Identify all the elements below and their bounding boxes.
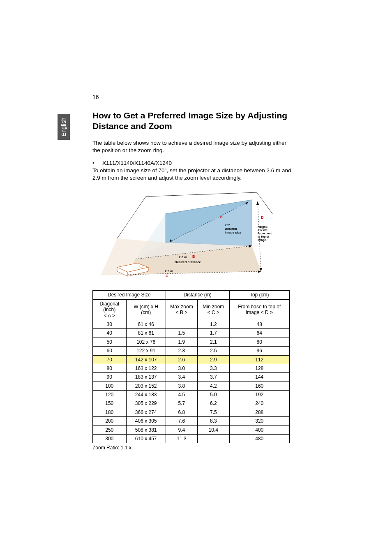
table-cell: 203 x 152 <box>126 382 166 390</box>
diagram-h3: From base <box>258 232 272 235</box>
table-cell: 70 <box>93 355 127 364</box>
table-row: 180366 x 2746.87.5288 <box>93 408 290 416</box>
table-cell: 81 x 61 <box>126 329 166 338</box>
zoom-ratio-footnote: Zoom Ratio: 1.1 x <box>92 445 294 451</box>
diagram-label-d: D <box>261 215 264 220</box>
table-cell: 80 <box>93 364 127 372</box>
table-cell: 3.8 <box>166 382 197 390</box>
diagram-size-2: Desired <box>225 227 237 231</box>
example-paragraph: To obtain an image size of 70", set the … <box>92 167 294 182</box>
table-cell: 200 <box>93 417 127 426</box>
table-cell: 250 <box>93 426 127 434</box>
table-cell: 144 <box>229 373 289 382</box>
diagram-label-c: C <box>166 274 168 278</box>
bullet-icon: • <box>92 160 102 166</box>
table-cell: 320 <box>229 417 289 426</box>
diagram-label-b: B <box>192 254 195 259</box>
th-distance: Distance (m) <box>166 291 229 299</box>
table-cell: 7.5 <box>198 408 229 416</box>
table-cell: 150 <box>93 399 127 408</box>
table-cell: 3.0 <box>166 364 197 372</box>
th-top: Top (cm) <box>229 291 289 299</box>
page: 16 English How to Get a Preferred Image … <box>0 0 392 555</box>
diagram-size-1: 70" <box>225 223 230 227</box>
table-cell: 240 <box>229 399 289 408</box>
table-cell: 406 x 305 <box>126 417 166 426</box>
table-cell: 142 x 107 <box>126 355 166 364</box>
table-row: 250508 x 3819.410.4400 <box>93 426 290 434</box>
table-row: 100203 x 1523.84.2160 <box>93 382 290 390</box>
table-cell: 400 <box>229 426 289 434</box>
table-cell: 3.4 <box>166 373 197 382</box>
svg-line-2 <box>257 192 272 214</box>
table-cell: 90 <box>93 373 127 382</box>
table-cell <box>198 435 229 443</box>
table-cell: 508 x 381 <box>126 426 166 434</box>
table-cell: 10.4 <box>198 426 229 434</box>
table-cell: 1.2 <box>198 320 229 328</box>
table-cell: 3.3 <box>198 364 229 372</box>
table-cell: 244 x 183 <box>126 391 166 399</box>
table-cell: 1.5 <box>166 329 197 338</box>
diagram-dist-c: 2.9 m <box>165 269 173 273</box>
table-cell: 1.7 <box>198 329 229 338</box>
table-row: 200406 x 3057.68.3320 <box>93 417 290 426</box>
table-row: 150305 x 2295.76.2240 <box>93 399 290 408</box>
table-cell: 61 x 46 <box>126 320 166 328</box>
svg-marker-18 <box>256 201 259 205</box>
table-cell: 183 x 137 <box>126 373 166 382</box>
table-cell: 3.7 <box>198 373 229 382</box>
table-cell: 112 <box>229 355 289 364</box>
table-cell: 7.6 <box>166 417 197 426</box>
table-cell: 2.9 <box>198 355 229 364</box>
diagram-h5: image <box>258 238 266 242</box>
table-cell: 180 <box>93 408 127 416</box>
table-cell: 120 <box>93 391 127 399</box>
models-text: X111/X1140/X1140A/X1240 <box>102 160 172 166</box>
th-wh: W (cm) x H (cm) <box>126 299 166 320</box>
table-cell: 288 <box>229 408 289 416</box>
table-cell: 50 <box>93 338 127 346</box>
table-cell: 160 <box>229 382 289 390</box>
diagram-label-a: A <box>220 215 223 219</box>
content-area: How to Get a Preferred Image Size by Adj… <box>92 110 294 451</box>
image-size-table: Desired Image Size Distance (m) Top (cm)… <box>92 290 290 443</box>
table-cell: 192 <box>229 391 289 399</box>
table-cell: 2.1 <box>198 338 229 346</box>
table-cell: 2.5 <box>198 347 229 355</box>
table-cell: 6.2 <box>198 399 229 408</box>
table-cell: 102 x 76 <box>126 338 166 346</box>
table-cell: 96 <box>229 347 289 355</box>
table-cell: 610 x 457 <box>126 435 166 443</box>
table-row: 80163 x 1223.03.3128 <box>93 364 290 372</box>
table-cell: 1.9 <box>166 338 197 346</box>
intro-paragraph: The table below shows how to achieve a d… <box>92 139 294 154</box>
table-cell: 2.6 <box>166 355 197 364</box>
th-desired-size: Desired Image Size <box>93 291 166 299</box>
models-bullet: •X111/X1140/X1140A/X1240 <box>92 160 294 166</box>
table-cell: 366 x 274 <box>126 408 166 416</box>
table-cell: 163 x 122 <box>126 364 166 372</box>
th-topimg: From base to top ofimage < D > <box>229 299 289 320</box>
diagram-h2: 112 cm <box>258 229 267 231</box>
table-row: 70142 x 1072.62.9112 <box>93 355 290 364</box>
table-cell: 305 x 229 <box>126 399 166 408</box>
th-minzoom: Min zoom< C > <box>198 299 229 320</box>
table-cell: 300 <box>93 435 127 443</box>
projection-diagram: A B C D 70" Desired image size Height: 1… <box>92 189 281 280</box>
svg-line-1 <box>117 197 146 238</box>
diagram-h1: Height: <box>258 225 267 229</box>
table-cell: 80 <box>229 338 289 346</box>
diagram-h4: to top of <box>258 235 270 238</box>
table-row: 120244 x 1834.55.0192 <box>93 391 290 399</box>
table-row: 60122 x 912.32.596 <box>93 347 290 355</box>
table-row: 90183 x 1373.43.7144 <box>93 373 290 382</box>
diagram-dist-b: 2.6 m <box>179 255 187 259</box>
diagram-size-3: image size <box>225 231 242 234</box>
table-cell: 2.3 <box>166 347 197 355</box>
diagram-dist-label: Desired distance <box>175 260 201 264</box>
table-cell: 60 <box>93 347 127 355</box>
table-cell: 5.0 <box>198 391 229 399</box>
page-heading: How to Get a Preferred Image Size by Adj… <box>92 110 294 132</box>
table-cell: 11.3 <box>166 435 197 443</box>
